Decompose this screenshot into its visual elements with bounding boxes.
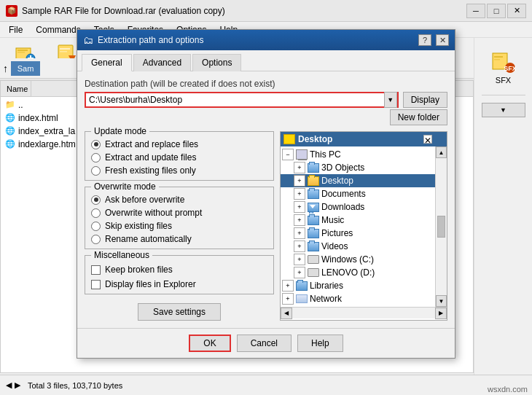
tree-item-windowsc[interactable]: + Windows (C:): [281, 253, 447, 266]
overwrite-mode-group: Overwrite mode Ask before overwrite Over…: [85, 187, 274, 249]
scroll-thumb[interactable]: [437, 216, 445, 238]
dialog-help-btn[interactable]: ?: [418, 34, 431, 46]
tree-expander-windowsc[interactable]: +: [294, 254, 305, 265]
update-mode-group: Update mode Extract and replace files Ex…: [85, 131, 274, 181]
dest-path-input[interactable]: C:\Users\burha\Desktop ▼: [85, 92, 399, 108]
tree-item-documents[interactable]: + Documents: [281, 187, 447, 200]
help-button[interactable]: Help: [297, 335, 343, 352]
h-scroll-right-btn[interactable]: ▶: [435, 308, 447, 319]
tree-item-documents-label: Documents: [321, 189, 366, 199]
dialog-title: Extraction path and options: [98, 35, 414, 45]
display-explorer-label: Display files in Explorer: [105, 279, 196, 289]
tree-item-desktop-label: Desktop: [321, 176, 353, 186]
tree-expander-lenovod[interactable]: +: [294, 267, 305, 278]
tree-item-thispc-label: This PC: [310, 149, 341, 160]
tree-item-pictures-label: Pictures: [321, 228, 353, 238]
tree-item-downloads[interactable]: + Downloads: [281, 200, 447, 214]
display-explorer-checkbox[interactable]: [91, 280, 101, 289]
save-settings-button[interactable]: Save settings: [138, 303, 221, 321]
cancel-button[interactable]: Cancel: [237, 335, 292, 352]
tree-h-scrollbar: ◀ ▶: [281, 307, 447, 318]
update-mode-title: Update mode: [91, 126, 149, 136]
display-button[interactable]: Display: [403, 92, 447, 108]
check-keep-broken[interactable]: Keep broken files: [91, 265, 267, 275]
pc-icon: [296, 149, 308, 160]
documents-folder-icon: [308, 189, 319, 199]
radio-ask-overwrite[interactable]: Ask before overwrite: [91, 195, 267, 205]
tree-item-libraries[interactable]: + Libraries: [281, 279, 447, 292]
radio-skip-existing-label: Skip existing files: [105, 221, 172, 231]
dest-path-dropdown-btn[interactable]: ▼: [384, 92, 397, 108]
tab-general[interactable]: General: [82, 54, 132, 71]
keep-broken-label: Keep broken files: [105, 265, 173, 275]
tree-expander-network[interactable]: +: [282, 293, 294, 305]
ok-button[interactable]: OK: [189, 335, 230, 352]
radio-fresh-existing-label: Fresh existing files only: [105, 165, 196, 176]
radio-rename-auto[interactable]: Rename automatically: [91, 234, 267, 244]
left-panel: Update mode Extract and replace files Ex…: [85, 131, 274, 321]
scroll-up-btn[interactable]: ▲: [436, 146, 447, 158]
downloads-folder-icon: [308, 203, 319, 212]
misc-title: Miscellaneous: [91, 250, 152, 260]
dialog-title-bar: 🗂 Extraction path and options ? ✕: [77, 30, 455, 50]
libraries-folder-icon: [296, 281, 308, 291]
tree-item-lenovod[interactable]: + LENOVO (D:): [281, 266, 447, 279]
overwrite-mode-options: Ask before overwrite Overwrite without p…: [91, 192, 267, 244]
tree-item-downloads-label: Downloads: [321, 202, 364, 212]
check-display-explorer[interactable]: Display files in Explorer: [91, 279, 267, 289]
tree-item-3dobjects[interactable]: + 3D Objects: [281, 161, 447, 174]
tree-item-thispc[interactable]: − This PC: [281, 148, 447, 161]
tree-item-windowsc-label: Windows (C:): [321, 254, 374, 265]
tab-options[interactable]: Options: [192, 54, 241, 71]
dialog-icon: 🗂: [83, 34, 93, 46]
radio-skip-existing[interactable]: Skip existing files: [91, 221, 267, 231]
network-icon: [296, 294, 308, 303]
tree-expander-music[interactable]: +: [294, 214, 305, 226]
radio-fresh-existing[interactable]: Fresh existing files only: [91, 165, 267, 176]
radio-skip-existing-indicator: [91, 222, 101, 231]
radio-overwrite-no-prompt[interactable]: Overwrite without prompt: [91, 208, 267, 218]
radio-ask-overwrite-indicator: [91, 195, 101, 205]
tree-body[interactable]: − This PC +: [281, 146, 447, 307]
tree-expander-3dobjects[interactable]: +: [294, 162, 305, 173]
radio-extract-replace[interactable]: Extract and replace files: [91, 139, 267, 149]
tree-expander-videos[interactable]: +: [294, 240, 305, 252]
tree-item-pictures[interactable]: + Pictures: [281, 227, 447, 240]
dialog-tabs: General Advanced Options: [77, 50, 455, 71]
radio-extract-replace-indicator: [91, 140, 101, 149]
drive-d-icon: [308, 268, 319, 277]
new-folder-button[interactable]: New folder: [390, 109, 447, 125]
overwrite-mode-title: Overwrite mode: [91, 181, 159, 192]
tree-item-network[interactable]: + Network: [281, 292, 447, 305]
tree-scrollbar[interactable]: ▲ ▼: [435, 146, 447, 307]
dest-path-value: C:\Users\burha\Desktop: [89, 95, 182, 105]
tree-expander-pictures[interactable]: +: [294, 227, 305, 239]
tree-expander-downloads[interactable]: +: [294, 201, 305, 213]
tree-item-desktop[interactable]: + Desktop: [281, 174, 447, 187]
dialog-body: Destination path (will be created if doe…: [77, 71, 455, 328]
keep-broken-checkbox[interactable]: [91, 265, 101, 275]
right-panel: Desktop ✕ −: [280, 131, 447, 321]
tree-expander-thispc[interactable]: −: [282, 149, 294, 160]
scroll-down-btn[interactable]: ▼: [436, 295, 447, 307]
folder-tree: Desktop ✕ −: [280, 131, 447, 321]
tree-header-close-icon[interactable]: ✕: [423, 135, 432, 144]
tree-item-libraries-label: Libraries: [310, 281, 343, 291]
tab-advanced[interactable]: Advanced: [133, 54, 191, 71]
h-scroll-left-btn[interactable]: ◀: [281, 308, 292, 319]
tree-expander-desktop[interactable]: +: [294, 175, 305, 187]
tree-expander-documents[interactable]: +: [294, 188, 305, 200]
radio-rename-auto-indicator: [91, 235, 101, 244]
tree-item-music[interactable]: + Music: [281, 214, 447, 227]
tree-item-videos-label: Videos: [321, 241, 348, 251]
pictures-folder-icon: [308, 229, 319, 238]
dialog-close-btn[interactable]: ✕: [436, 34, 449, 46]
music-folder-icon: [308, 216, 319, 225]
dialog-overlay: 🗂 Extraction path and options ? ✕ Genera…: [0, 0, 532, 395]
radio-overwrite-no-prompt-indicator: [91, 208, 101, 218]
tree-expander-libraries[interactable]: +: [282, 280, 294, 292]
tree-item-network-label: Network: [310, 294, 342, 304]
radio-extract-update[interactable]: Extract and update files: [91, 152, 267, 163]
radio-extract-replace-label: Extract and replace files: [105, 139, 198, 149]
tree-item-videos[interactable]: + Videos: [281, 240, 447, 253]
